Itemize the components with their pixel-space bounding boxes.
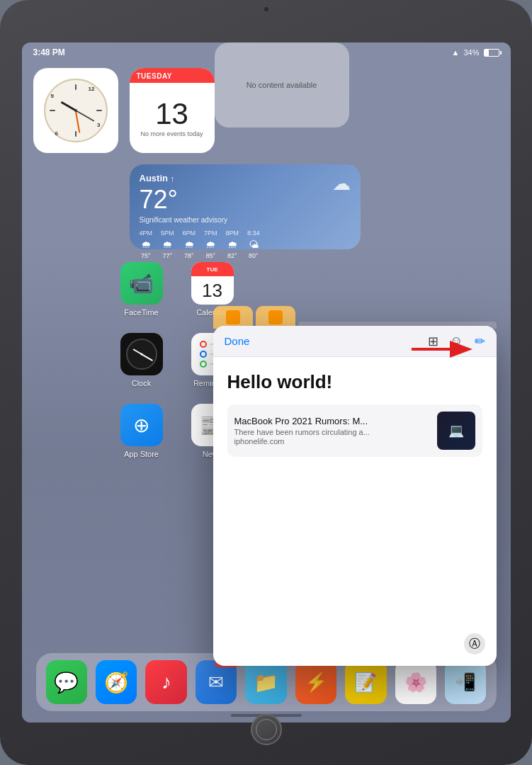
app-logo: Ⓐ [464,633,485,654]
screen: 3:48 PM ▲ 34% 12 3 6 9 [22,42,511,722]
popup-title: Hello world! [227,371,482,393]
weather-hour-1: 4PM 🌧 75° [140,230,153,259]
clock-face: 12 3 6 9 [44,79,108,142]
appstore-label: App Store [124,450,159,458]
red-arrow [412,336,475,365]
battery-icon [484,49,499,57]
battery-percent: 34% [463,48,479,57]
clock-hour-hand [60,101,76,112]
weather-temperature: 72° [140,185,228,215]
ipad-frame: 3:48 PM ▲ 34% 12 3 6 9 [0,0,532,765]
clock-widget[interactable]: 12 3 6 9 [33,68,118,153]
home-button[interactable] [251,714,282,745]
app-item-facetime[interactable]: 📹 FaceTime [117,262,166,317]
link-thumbnail: 💻 [437,412,475,450]
weather-hour-5: 8PM 🌧 82° [226,230,239,259]
app-item-appstore[interactable]: ⊕ App Store [117,404,166,458]
link-text: MacBook Pro 2021 Rumors: M... There have… [234,416,429,446]
calendar-date: 13 [155,99,188,129]
link-description: There have been rumors circulating a... [234,428,429,436]
popup-content: Hello world! MacBook Pro 2021 Rumors: M.… [213,357,497,666]
dock-messages[interactable]: 💬 [46,660,87,704]
status-time: 3:48 PM [33,47,65,57]
dock-appstore[interactable]: 📲 [445,660,486,704]
mini-clock-face [126,339,157,370]
clock-app-label: Clock [132,379,152,387]
dock-spark[interactable]: ⚡ [295,660,336,704]
dock-music[interactable]: ♪ [145,660,186,704]
dock-safari[interactable]: 🧭 [96,660,137,704]
clock-center [74,109,77,112]
calendar-body: 13 No more events today [130,83,215,153]
appstore-icon: ⊕ [120,404,163,446]
weather-hour-2: 5PM 🌧 77° [161,230,174,259]
dock-notes[interactable]: 📝 [345,660,386,704]
link-title: MacBook Pro 2021 Rumors: M... [234,416,429,426]
link-preview[interactable]: MacBook Pro 2021 Rumors: M... There have… [227,404,482,457]
weather-city: Austin ↑ [140,173,228,183]
battery-fill [485,50,489,56]
clock-second-hand [75,110,80,133]
weather-hourly: 4PM 🌧 75° 5PM 🌧 77° 6PM 🌧 78° 7PM 🌧 [140,230,351,259]
calendar-day-name: TUESDAY [137,72,208,80]
compose-icon[interactable]: ✏ [475,334,485,349]
front-camera [264,7,268,11]
weather-hour-4: 7PM 🌧 85° [204,230,217,259]
weather-cloud-icon: ☁ [332,173,351,195]
calendar-subtitle: No more events today [140,130,203,137]
clock-app-icon [120,333,163,375]
weather-hour-3: 6PM 🌧 78° [183,230,196,259]
wifi-icon: ▲ [452,48,460,57]
dock-photos[interactable]: 🌸 [395,660,436,704]
calendar-widget[interactable]: TUESDAY 13 No more events today [130,68,215,153]
browser-popup: Done ⊞ ☺ ✏ Hello world! MacBook Pro 2021… [213,326,497,666]
status-right: ▲ 34% [452,48,499,57]
status-bar: 3:48 PM ▲ 34% [22,42,511,62]
dock-mail[interactable]: ✉ 43,759 [196,660,237,704]
facetime-label: FaceTime [124,308,159,317]
calendar-header: TUESDAY [130,68,215,83]
done-button[interactable]: Done [225,335,250,347]
app-item-clock[interactable]: Clock [117,333,166,387]
link-domain: iphonelife.com [234,437,429,446]
weather-hour-6: 8:34 🌤 80° [247,230,260,259]
weather-widget[interactable]: Austin ↑ 72° Significant weather advisor… [130,164,361,249]
weather-description: Significant weather advisory [140,216,228,224]
content-placeholder-text: No content available [247,81,317,89]
calendar-app-icon: TUE 13 [191,262,234,305]
dock-files[interactable]: 📁 [245,660,286,704]
facetime-icon: 📹 [120,262,163,305]
